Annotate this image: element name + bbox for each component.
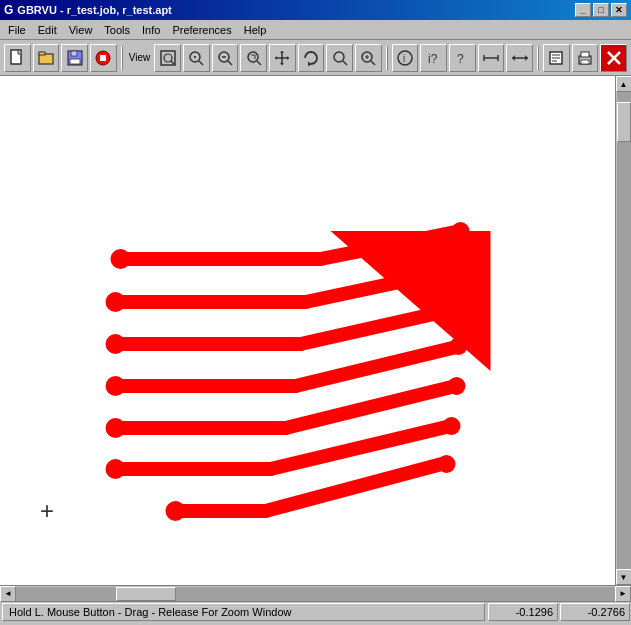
toolbar-plot[interactable]	[543, 44, 570, 72]
svg-line-23	[371, 61, 375, 65]
titlebar-controls[interactable]: _ □ ✕	[575, 3, 627, 17]
svg-line-19	[257, 61, 261, 65]
menu-file[interactable]: File	[2, 22, 32, 38]
svg-point-71	[443, 417, 461, 435]
toolbar-pan[interactable]	[269, 44, 296, 72]
svg-point-69	[450, 337, 468, 355]
scrollbar-vertical[interactable]: ▲ ▼	[615, 76, 631, 585]
svg-point-55	[106, 376, 126, 396]
svg-point-66	[452, 222, 470, 240]
svg-text:i: i	[403, 53, 405, 64]
toolbar-sep2	[386, 46, 388, 70]
toolbar-help[interactable]: ?	[449, 44, 476, 72]
toolbar-save[interactable]	[61, 44, 88, 72]
svg-line-17	[228, 61, 232, 65]
scrollbar-horizontal[interactable]: ◄ ►	[0, 585, 631, 601]
toolbar-info2[interactable]: i?	[420, 44, 447, 72]
titlebar-left: G GBRVU - r_test.job, r_test.apt	[4, 3, 172, 17]
svg-point-49	[106, 292, 126, 312]
titlebar-title: GBRVU - r_test.job, r_test.apt	[17, 4, 171, 16]
toolbar-zoom-in[interactable]	[183, 44, 210, 72]
scroll-track-vertical[interactable]	[617, 92, 631, 569]
toolbar-zoom-out[interactable]	[212, 44, 239, 72]
svg-point-18	[248, 52, 258, 62]
svg-rect-40	[581, 60, 589, 64]
scroll-track-horizontal[interactable]	[16, 587, 615, 601]
menu-info[interactable]: Info	[136, 22, 166, 38]
toolbar-sep3	[537, 46, 539, 70]
close-button[interactable]: ✕	[611, 3, 627, 17]
toolbar-open[interactable]	[33, 44, 60, 72]
menu-help[interactable]: Help	[238, 22, 273, 38]
svg-point-58	[106, 418, 126, 438]
menu-view[interactable]: View	[63, 22, 99, 38]
canvas-area[interactable]: +	[0, 76, 615, 585]
menu-edit[interactable]: Edit	[32, 22, 63, 38]
svg-point-72	[438, 455, 456, 473]
svg-point-64	[166, 501, 186, 521]
toolbar-new[interactable]	[4, 44, 31, 72]
svg-rect-4	[71, 51, 77, 56]
svg-rect-7	[100, 55, 106, 61]
toolbar-print[interactable]	[572, 44, 599, 72]
svg-text:i?: i?	[428, 52, 438, 66]
svg-rect-2	[39, 52, 45, 55]
svg-point-52	[106, 334, 126, 354]
maximize-button[interactable]: □	[593, 3, 609, 17]
status-coord-x: -0.1296	[488, 603, 558, 621]
toolbar-zoom-window[interactable]	[355, 44, 382, 72]
app-icon: G	[4, 3, 13, 17]
svg-point-46	[111, 249, 131, 269]
svg-rect-5	[70, 59, 80, 64]
svg-line-21	[343, 61, 347, 65]
scroll-thumb-vertical[interactable]	[617, 102, 631, 142]
svg-rect-39	[581, 52, 589, 57]
statusbar: Hold L. Mouse Button - Drag - Release Fo…	[0, 601, 631, 621]
toolbar-exit[interactable]	[600, 44, 627, 72]
minimize-button[interactable]: _	[575, 3, 591, 17]
toolbar-sep1	[121, 46, 123, 70]
toolbar-zoom-fit[interactable]	[154, 44, 181, 72]
svg-point-70	[448, 377, 466, 395]
svg-point-67	[452, 260, 470, 278]
status-message: Hold L. Mouse Button - Drag - Release Fo…	[2, 603, 485, 621]
toolbar-info[interactable]: i	[392, 44, 419, 72]
svg-point-61	[106, 459, 126, 479]
main-area: + ▲ ▼	[0, 76, 631, 585]
toolbar-redraw[interactable]	[298, 44, 325, 72]
toolbar-fit-h[interactable]	[506, 44, 533, 72]
scroll-left-button[interactable]: ◄	[0, 586, 16, 602]
scroll-down-button[interactable]: ▼	[616, 569, 632, 585]
status-coord-y: -0.2766	[560, 603, 630, 621]
svg-point-68	[452, 299, 470, 317]
scroll-thumb-horizontal[interactable]	[116, 587, 176, 601]
toolbar-view-label: View	[127, 52, 153, 63]
svg-rect-43	[1, 76, 615, 585]
toolbar-zoom-prev[interactable]	[240, 44, 267, 72]
gerber-display	[0, 76, 615, 585]
scroll-right-button[interactable]: ►	[615, 586, 631, 602]
svg-point-20	[334, 52, 344, 62]
svg-line-14	[199, 61, 203, 65]
titlebar: G GBRVU - r_test.job, r_test.apt _ □ ✕	[0, 0, 631, 20]
menu-preferences[interactable]: Preferences	[166, 22, 237, 38]
toolbar-zoom-area[interactable]	[326, 44, 353, 72]
toolbar: View i i? ?	[0, 40, 631, 76]
scroll-up-button[interactable]: ▲	[616, 76, 632, 92]
svg-text:?: ?	[457, 52, 464, 66]
toolbar-measure[interactable]	[478, 44, 505, 72]
menu-tools[interactable]: Tools	[98, 22, 136, 38]
svg-point-9	[164, 54, 172, 62]
toolbar-stop[interactable]	[90, 44, 117, 72]
menubar: File Edit View Tools Info Preferences He…	[0, 20, 631, 40]
